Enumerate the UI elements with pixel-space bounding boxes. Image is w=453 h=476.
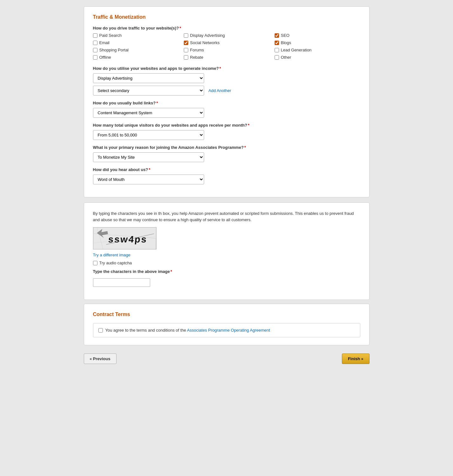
label-seo[interactable]: SEO <box>281 33 290 38</box>
reason-question-label: What is your primary reason for joining … <box>93 145 360 150</box>
income-secondary-row: Select secondary Display Advertising Aff… <box>93 86 360 96</box>
checkbox-rebate[interactable]: Rebate <box>184 55 270 60</box>
audio-captcha-checkbox[interactable] <box>93 261 97 265</box>
hear-group: How did you hear about us?* Word of Mout… <box>93 167 360 184</box>
finish-button[interactable]: Finish » <box>342 354 370 364</box>
checkbox-other[interactable]: Other <box>275 55 360 60</box>
traffic-monetization-card: Traffic & Monetization How do you drive … <box>84 6 370 197</box>
captcha-input-group: Type the characters in the above image* <box>93 269 360 287</box>
links-select[interactable]: Content Management System Manually Third… <box>93 108 204 118</box>
terms-label: You agree to the terms and conditions of… <box>105 328 270 333</box>
label-blogs[interactable]: Blogs <box>281 40 291 45</box>
captcha-description: By typing the characters you see in th b… <box>93 210 360 223</box>
checkbox-email[interactable]: Email <box>93 40 179 45</box>
label-offline[interactable]: Offline <box>99 55 111 60</box>
label-forums[interactable]: Forums <box>190 48 204 52</box>
income-primary-select[interactable]: Display Advertising Affiliate Marketing … <box>93 73 204 83</box>
label-display-advertising[interactable]: Display Advertising <box>190 33 225 38</box>
checkbox-blogs[interactable]: Blogs <box>275 40 360 45</box>
nav-buttons: « Previous Finish » <box>84 350 370 367</box>
label-shopping-portal[interactable]: Shopping Portal <box>99 48 129 52</box>
checkbox-seo[interactable]: SEO <box>275 33 360 38</box>
income-secondary-select[interactable]: Select secondary Display Advertising Aff… <box>93 86 204 96</box>
reason-select[interactable]: To Monetize My Site To Earn Additional I… <box>93 152 204 162</box>
traffic-checkboxes-group: How do you drive traffic to your website… <box>93 26 360 60</box>
terms-link[interactable]: Associates Programme Operating Agreement <box>187 328 270 333</box>
audio-captcha-label[interactable]: Try audio captcha <box>99 261 132 265</box>
checkbox-social-networks[interactable]: Social Networks <box>184 40 270 45</box>
hear-question-label: How did you hear about us?* <box>93 167 360 172</box>
label-social-networks[interactable]: Social Networks <box>190 40 220 45</box>
checkbox-paid-search[interactable]: Paid Search <box>93 33 179 38</box>
visitors-group: How many total unique visitors do your w… <box>93 123 360 140</box>
income-question-label: How do you utilise your websites and app… <box>93 66 360 71</box>
label-paid-search[interactable]: Paid Search <box>99 33 122 38</box>
visitors-question-label: How many total unique visitors do your w… <box>93 123 360 128</box>
captcha-input-label: Type the characters in the above image* <box>93 269 360 274</box>
try-different-image-link[interactable]: Try a different image <box>93 253 131 257</box>
hear-select[interactable]: Word of Mouth Email Search Engine Social… <box>93 175 204 184</box>
section-title-contract: Contract Terms <box>93 312 360 317</box>
previous-button[interactable]: « Previous <box>84 354 117 364</box>
captcha-card: By typing the characters you see in th b… <box>84 202 370 300</box>
label-email[interactable]: Email <box>99 40 110 45</box>
label-lead-generation[interactable]: Lead Generation <box>281 48 312 52</box>
links-question-label: How do you usually build links?* <box>93 101 360 105</box>
finish-icon: » <box>361 357 363 361</box>
links-group: How do you usually build links?* Content… <box>93 101 360 118</box>
previous-icon: « <box>90 357 92 361</box>
terms-row: You agree to the terms and conditions of… <box>93 323 360 337</box>
captcha-text-input[interactable] <box>93 278 150 287</box>
captcha-image: ssw4ps <box>93 227 157 249</box>
checkbox-lead-generation[interactable]: Lead Generation <box>275 48 360 52</box>
checkbox-shopping-portal[interactable]: Shopping Portal <box>93 48 179 52</box>
terms-agree-checkbox[interactable] <box>98 328 103 333</box>
add-another-link[interactable]: Add Another <box>209 88 231 93</box>
checkbox-grid: Paid Search Display Advertising SEO Emai… <box>93 33 360 60</box>
reason-group: What is your primary reason for joining … <box>93 145 360 162</box>
label-rebate[interactable]: Rebate <box>190 55 203 60</box>
traffic-question-label: How do you drive traffic to your website… <box>93 26 360 30</box>
page-wrapper: Traffic & Monetization How do you drive … <box>84 6 370 367</box>
visitors-select[interactable]: Less than 500 From 500 to 5,000 From 5,0… <box>93 130 204 140</box>
checkbox-offline[interactable]: Offline <box>93 55 179 60</box>
checkbox-display-advertising[interactable]: Display Advertising <box>184 33 270 38</box>
contract-card: Contract Terms You agree to the terms an… <box>84 304 370 345</box>
checkbox-forums[interactable]: Forums <box>184 48 270 52</box>
label-other[interactable]: Other <box>281 55 291 60</box>
audio-captcha-row: Try audio captcha <box>93 261 360 265</box>
income-group: How do you utilise your websites and app… <box>93 66 360 96</box>
section-title-traffic: Traffic & Monetization <box>93 14 360 20</box>
